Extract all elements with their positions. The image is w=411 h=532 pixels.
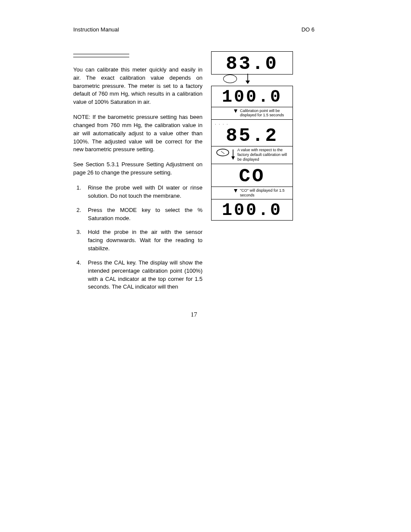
arrow-down-icon — [234, 189, 237, 193]
step-4: Press the CAL key. The display will show… — [83, 259, 202, 291]
annotation-text-3: "CO" will displayed for 1.5 seconds — [240, 188, 290, 198]
lcd-column: 83.0 100.0 Calibration point will be dis… — [211, 51, 297, 221]
lcd-panel-2: 100.0 Calibration point will be displaye… — [211, 86, 293, 120]
arrow-down-icon — [245, 74, 251, 84]
svg-marker-1 — [246, 81, 250, 84]
manual-page: Instruction Manual DO 6 You can calibrat… — [73, 26, 314, 320]
lcd-panel-3: . . . . 85.2 A value with respect to the… — [211, 119, 293, 164]
annotation-2: A value with respect to the factory defa… — [212, 146, 293, 163]
transition-1 — [223, 74, 251, 84]
step-1: Rinse the probe well with DI water or ri… — [83, 184, 202, 200]
step-2: Press the MODE key to select the % Satur… — [83, 206, 202, 223]
button-icon — [223, 75, 237, 83]
arrow-down-icon — [234, 109, 237, 113]
step-3: Hold the probe in the air with the senso… — [83, 228, 202, 253]
header-left: Instruction Manual — [73, 26, 119, 34]
lcd-panel-1: 83.0 — [211, 51, 293, 75]
lcd-panel-5: 100.0 — [211, 199, 293, 221]
procedure-list: Rinse the probe well with DI water or ri… — [73, 184, 202, 291]
paragraph-note: NOTE: If the barometric pressure setting… — [73, 113, 202, 154]
paragraph-ref: See Section 5.3.1 Pressure Setting Adjus… — [73, 161, 202, 177]
section-rule-bottom — [73, 57, 129, 57]
lcd-panel-4: CO "CO" will displayed for 1.5 seconds — [211, 164, 293, 200]
annotation-text-2: A value with respect to the factory defa… — [237, 148, 290, 162]
lcd-value-4: CO — [212, 164, 293, 187]
page-number: 17 — [73, 310, 314, 320]
lcd-value-2: 100.0 — [212, 86, 293, 107]
annotation-3: "CO" will displayed for 1.5 seconds — [212, 187, 293, 199]
lcd-value-1: 83.0 — [212, 52, 293, 74]
header: Instruction Manual DO 6 — [73, 26, 314, 34]
button-arrow-icon — [216, 149, 235, 160]
lcd-value-3: 85.2 — [212, 126, 293, 146]
section-rule-top — [73, 54, 129, 54]
header-right: DO 6 — [302, 26, 314, 34]
paragraph-intro: You can calibrate this meter quickly and… — [73, 66, 202, 106]
lcd-value-5: 100.0 — [212, 199, 293, 220]
annotation-1: Calibration point will be displayed for … — [212, 107, 293, 120]
svg-line-3 — [221, 151, 224, 154]
annotation-text-1: Calibration point will be displayed for … — [240, 109, 290, 118]
text-column: You can calibrate this meter quickly and… — [73, 51, 202, 297]
